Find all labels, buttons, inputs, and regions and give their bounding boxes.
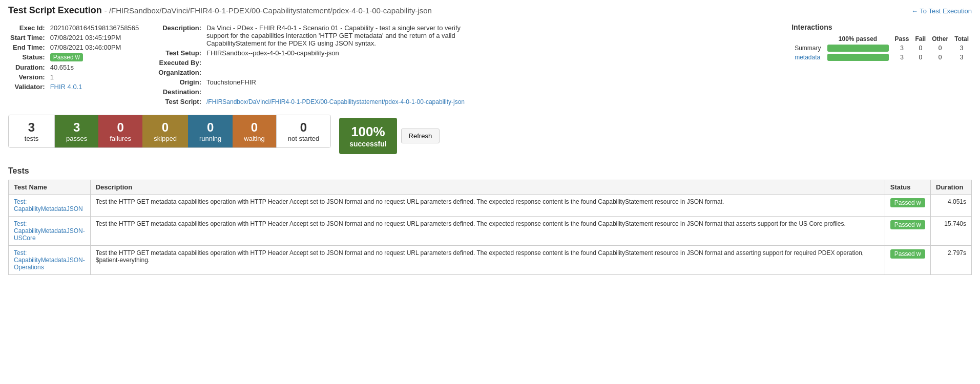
interaction-fail: 0 — [912, 53, 929, 62]
version-value: 1 — [47, 72, 141, 82]
stat-running: 0 running — [188, 115, 233, 147]
stat-skipped: 0 skipped — [142, 115, 188, 147]
info-section: Exec Id: 20210708164519813​6758565 Start… — [8, 23, 972, 106]
stat-total: 3 tests — [9, 115, 55, 147]
tests-title: Tests — [8, 166, 972, 176]
table-row: Test: CapabilityMetadataJSONTest the HTT… — [9, 195, 972, 217]
organization-label: Organization: — [156, 68, 203, 77]
interactions-col-total: Total — [951, 34, 972, 44]
status-badge: Passed — [50, 53, 83, 61]
end-time-label: End Time: — [8, 42, 47, 52]
interactions-panel: Interactions 100% passed Pass Fail Other… — [791, 23, 972, 106]
test-duration: 4.051s — [931, 195, 972, 217]
interactions-col-pct: 100% passed — [824, 34, 892, 44]
failures-label: failures — [110, 135, 131, 142]
interaction-progress-cell — [824, 53, 892, 62]
interactions-title: Interactions — [791, 23, 972, 31]
validator-label: Validator: — [8, 82, 47, 92]
interactions-col-other: Other — [929, 34, 951, 44]
version-label: Version: — [8, 72, 47, 82]
test-status-badge: Passed — [890, 198, 925, 207]
running-num: 0 — [199, 120, 221, 135]
stats-boxes: 3 tests 3 passes 0 failures 0 skipped 0 … — [8, 115, 331, 148]
col-duration: Duration — [931, 180, 972, 195]
test-duration: 2.797s — [931, 246, 972, 275]
duration-label: Duration: — [8, 62, 47, 72]
exec-id-label: Exec Id: — [8, 23, 47, 33]
interaction-other: 0 — [929, 53, 951, 62]
interaction-row-name: Summary — [791, 44, 824, 53]
passes-label: passes — [66, 135, 87, 142]
test-status-badge: Passed — [890, 249, 925, 259]
test-setup-label: Test Setup: — [156, 48, 203, 58]
left-info-panel: Exec Id: 20210708164519813​6758565 Start… — [8, 23, 141, 106]
interaction-other: 0 — [929, 44, 951, 53]
back-link[interactable]: ← To Test Execution — [911, 7, 972, 15]
running-label: running — [199, 135, 221, 142]
test-script-value: /FHIRSandbox/DaVinci/FHIR4-0-1-PDEX/00-C… — [203, 97, 470, 106]
status-label: Status: — [8, 52, 47, 62]
interactions-col-fail: Fail — [912, 34, 929, 44]
description-label: Description: — [156, 23, 203, 48]
col-description: Description — [90, 180, 885, 195]
col-test-name: Test Name — [9, 180, 91, 195]
test-name-link[interactable]: Test: CapabilityMetadataJSON-USCore — [14, 220, 85, 242]
exec-id-value: 20210708164519813​6758565 — [47, 23, 141, 33]
start-time-value: 07/08/2021 03:45:19PM — [47, 33, 141, 42]
skipped-label: skipped — [154, 135, 177, 142]
page-header: Test Script Execution - /FHIRSandbox/DaV… — [8, 5, 972, 16]
test-status-cell: Passed — [885, 195, 930, 217]
test-setup-value: FHIRSandbox--pdex-4-0-1-00-capability-js… — [203, 48, 470, 58]
passes-num: 3 — [66, 120, 87, 135]
interaction-total: 3 — [951, 44, 972, 53]
test-description: Test the HTTP GET metadata capabilities … — [90, 217, 885, 246]
success-box: 100% successful — [339, 118, 397, 154]
stat-waiting: 0 waiting — [233, 115, 276, 147]
skipped-num: 0 — [154, 120, 177, 135]
tests-section: Tests Test Name Description Status Durat… — [8, 166, 972, 275]
interaction-pass: 3 — [892, 53, 912, 62]
total-num: 3 — [20, 120, 43, 135]
test-name-link[interactable]: Test: CapabilityMetadataJSON-Operations — [14, 249, 85, 271]
test-script-label: Test Script: — [156, 97, 203, 106]
duration-value: 40.651s — [47, 62, 141, 72]
table-row: Test: CapabilityMetadataJSON-USCoreTest … — [9, 217, 972, 246]
test-script-link[interactable]: /FHIRSandbox/DaVinci/FHIR4-0-1-PDEX/00-C… — [206, 98, 465, 105]
validator-link[interactable]: FHIR 4.0.1 — [50, 83, 82, 91]
interaction-progress-cell — [824, 44, 892, 53]
test-duration: 15.740s — [931, 217, 972, 246]
interactions-col-pass: Pass — [892, 34, 912, 44]
end-time-value: 07/08/2021 03:46:00PM — [47, 42, 141, 52]
interaction-fail: 0 — [912, 44, 929, 53]
origin-value: TouchstoneFHIR — [203, 77, 470, 87]
stats-row: 3 tests 3 passes 0 failures 0 skipped 0 … — [8, 115, 972, 157]
waiting-num: 0 — [244, 120, 264, 135]
interaction-row-link[interactable]: metadata — [795, 54, 820, 61]
test-status-badge: Passed — [890, 220, 925, 229]
start-time-label: Start Time: — [8, 33, 47, 42]
executed-by-label: Executed By: — [156, 58, 203, 68]
description-value: Da Vinci - PDex - FHIR R4-0-1 - Scenario… — [203, 23, 470, 48]
not-started-label: not started — [288, 135, 319, 142]
stat-failures: 0 failures — [98, 115, 142, 147]
center-info-panel: Description: Da Vinci - PDex - FHIR R4-0… — [156, 23, 776, 106]
table-row: Test: CapabilityMetadataJSON-OperationsT… — [9, 246, 972, 275]
col-status: Status — [885, 180, 930, 195]
test-name-link[interactable]: Test: CapabilityMetadataJSON — [14, 198, 83, 212]
success-label: successful — [349, 140, 386, 148]
executed-by-value — [203, 58, 470, 68]
test-description: Test the HTTP GET metadata capabilities … — [90, 246, 885, 275]
organization-value — [203, 68, 470, 77]
failures-num: 0 — [110, 120, 131, 135]
refresh-button[interactable]: Refresh — [401, 129, 440, 143]
validator-value: FHIR 4.0.1 — [47, 82, 141, 92]
origin-label: Origin: — [156, 77, 203, 87]
success-pct: 100% — [349, 124, 386, 140]
page-title: Test Script Execution - /FHIRSandbox/DaV… — [8, 5, 432, 16]
interactions-col-name — [791, 34, 824, 44]
stat-not-started: 0 not started — [276, 115, 330, 147]
tests-table: Test Name Description Status Duration Te… — [8, 180, 972, 275]
stat-passes: 3 passes — [55, 115, 98, 147]
test-status-cell: Passed — [885, 246, 930, 275]
title-main: Test Script Execution — [8, 5, 102, 15]
